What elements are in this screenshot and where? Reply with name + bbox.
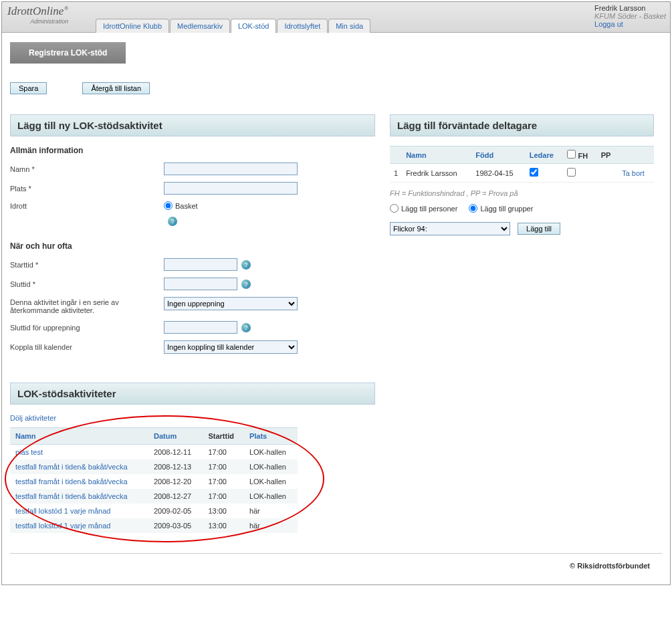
activity-plats: LOK-hallen (244, 445, 298, 460)
input-namn[interactable] (164, 163, 298, 175)
tab-min-sida[interactable]: Min sida (328, 19, 370, 33)
toggle-activities-link[interactable]: Dölj aktiviteter (10, 414, 375, 422)
activity-row: testfall lokstöd 1 varje månad2009-03-05… (10, 518, 298, 533)
col-starttid: Starttid (203, 428, 243, 445)
radio-add-groups-input[interactable] (469, 204, 477, 213)
col-datum[interactable]: Datum (148, 428, 203, 445)
select-repetition[interactable]: Ingen upprepning (164, 297, 298, 310)
logo: IdrottOnline® Administration (7, 5, 68, 25)
activity-datum: 2008-12-27 (148, 489, 203, 504)
help-icon[interactable]: ? (168, 217, 177, 226)
main-tabs: IdrottOnline KlubbMedlemsarkivLOK-stödId… (96, 18, 371, 32)
user-name: Fredrik Larsson (594, 4, 666, 12)
radio-idrott-basket-input[interactable] (164, 201, 173, 210)
participant-row: 1Fredrik Larsson1982-04-15Ta bort (390, 164, 654, 183)
radio-add-groups[interactable]: Lägg till grupper (469, 204, 533, 213)
activity-row: testfall framåt i tiden& bakåt/vecka2008… (10, 474, 298, 489)
label-sluttid: Sluttid * (10, 280, 164, 288)
label-kalender: Koppla till kalender (10, 343, 164, 351)
activity-datum: 2009-03-05 (148, 518, 203, 533)
activity-link[interactable]: pias test (15, 448, 43, 456)
activity-datum: 2008-12-13 (148, 459, 203, 474)
checkbox-fh-all[interactable] (567, 150, 576, 158)
label-idrott: Idrott (10, 202, 164, 210)
participant-idx: 1 (390, 164, 402, 183)
label-starttid: Starttid * (10, 261, 164, 269)
activity-row: testfall framåt i tiden& bakåt/vecka2008… (10, 459, 298, 474)
input-sluttid[interactable] (164, 278, 237, 290)
add-group-button[interactable]: Lägg till (518, 223, 560, 235)
tab-idrottslyftet[interactable]: Idrottslyftet (277, 19, 328, 33)
legend-text: FH = Funktionshindrad , PP = Prova på (390, 189, 654, 197)
tab-lok-stöd[interactable]: LOK-stöd (231, 19, 276, 33)
radio-add-persons-input[interactable] (390, 204, 399, 213)
col-participant-fodd[interactable]: Född (471, 146, 525, 164)
user-org: KFUM Söder - Basket (594, 12, 666, 20)
panel-add-activity-heading: Lägg till ny LOK-stödsaktivitet (10, 114, 375, 136)
participant-fodd: 1982-04-15 (471, 164, 525, 183)
activity-datum: 2008-12-20 (148, 474, 203, 489)
activity-datum: 2008-12-11 (148, 445, 203, 460)
activity-link[interactable]: testfall framåt i tiden& bakåt/vecka (15, 492, 128, 500)
col-participant-fh: FH (563, 146, 596, 164)
tab-medlemsarkiv[interactable]: Medlemsarkiv (170, 19, 230, 33)
input-plats[interactable] (164, 182, 298, 195)
col-participant-namn[interactable]: Namn (402, 146, 471, 164)
activity-starttid: 13:00 (203, 518, 243, 533)
col-namn[interactable]: Namn (10, 428, 148, 445)
logo-text: IdrottOnline (7, 5, 64, 17)
activity-datum: 2009-02-05 (148, 504, 203, 518)
input-starttid[interactable] (164, 258, 237, 271)
page-title: Registrera LOK-stöd (10, 42, 126, 64)
label-slut-upprepning: Sluttid för upprepning (10, 324, 164, 332)
col-participant-ledare[interactable]: Ledare (526, 146, 564, 164)
save-button[interactable]: Spara (10, 82, 47, 94)
logo-subtitle: Administration (7, 18, 68, 25)
footer-copyright: © Riksidrottsförbundet (10, 553, 662, 578)
remove-participant-link[interactable]: Ta bort (622, 169, 645, 177)
participants-table: Namn Född Ledare FH PP 1Fredrik Larsson1… (390, 146, 654, 183)
activity-plats: LOK-hallen (244, 474, 298, 489)
section-when-heading: När och hur ofta (10, 241, 375, 251)
help-icon[interactable]: ? (241, 323, 251, 332)
activity-plats: LOK-hallen (244, 459, 298, 474)
section-general-heading: Allmän information (10, 146, 375, 155)
label-serie: Denna aktivitet ingår i en serie av åter… (10, 297, 164, 314)
back-to-list-button[interactable]: Återgå till listan (82, 82, 150, 94)
activity-row: pias test2008-12-1117:00LOK-hallen (10, 445, 298, 460)
activities-table: Namn Datum Starttid Plats pias test2008-… (10, 427, 298, 533)
checkbox-fh[interactable] (567, 168, 576, 177)
activity-link[interactable]: testfall lokstöd 1 varje månad (15, 522, 110, 530)
help-icon[interactable]: ? (241, 260, 251, 270)
radio-idrott-basket[interactable]: Basket (164, 201, 198, 210)
panel-participants-heading: Lägg till förväntade deltagare (390, 114, 654, 136)
activity-row: testfall lokstöd 1 varje månad2009-02-05… (10, 504, 298, 518)
logout-link[interactable]: Logga ut (594, 20, 623, 28)
radio-add-persons-label: Lägg till personer (401, 205, 457, 213)
user-box: Fredrik Larsson KFUM Söder - Basket Logg… (594, 4, 666, 28)
radio-add-persons[interactable]: Lägg till personer (390, 204, 457, 213)
activity-link[interactable]: testfall framåt i tiden& bakåt/vecka (15, 477, 128, 486)
help-icon[interactable]: ? (241, 280, 251, 289)
activity-link[interactable]: testfall lokstöd 1 varje månad (15, 507, 110, 515)
col-plats[interactable]: Plats (244, 428, 298, 445)
tab-idrottonline-klubb[interactable]: IdrottOnline Klubb (96, 19, 169, 33)
activity-starttid: 17:00 (203, 489, 243, 504)
activity-plats: LOK-hallen (244, 489, 298, 504)
panel-activities-heading: LOK-stödsaktiviteter (10, 383, 375, 405)
participant-name: Fredrik Larsson (402, 164, 471, 183)
input-slut-upprepning[interactable] (164, 321, 237, 334)
checkbox-ledare[interactable] (530, 168, 538, 177)
radio-add-groups-label: Lägg till grupper (480, 205, 533, 213)
activity-plats: här (244, 518, 298, 533)
activity-link[interactable]: testfall framåt i tiden& bakåt/vecka (15, 463, 128, 471)
select-kalender[interactable]: Ingen koppling till kalender (164, 340, 298, 354)
radio-idrott-basket-label: Basket (175, 202, 198, 210)
select-group[interactable]: Flickor 94: (390, 222, 510, 235)
activity-starttid: 17:00 (203, 459, 243, 474)
label-plats: Plats * (10, 185, 164, 193)
activity-starttid: 17:00 (203, 445, 243, 460)
activity-row: testfall framåt i tiden& bakåt/vecka2008… (10, 489, 298, 504)
activity-starttid: 13:00 (203, 504, 243, 518)
registered-icon: ® (64, 5, 68, 11)
